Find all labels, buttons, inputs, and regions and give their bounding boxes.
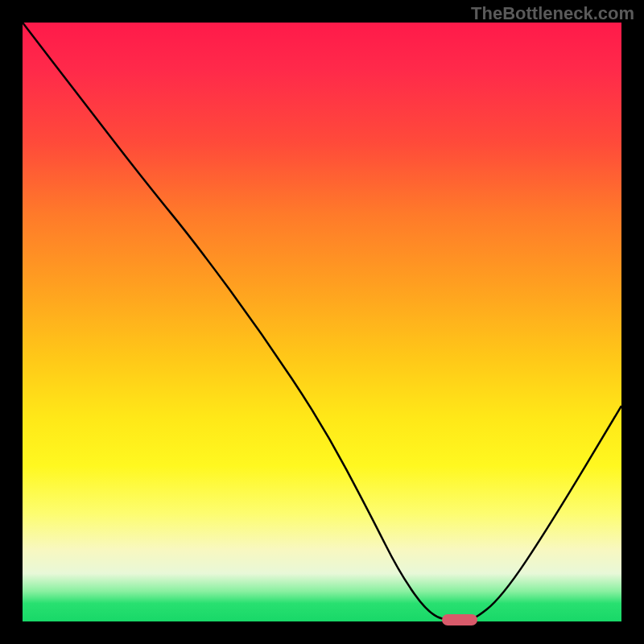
watermark-text: TheBottleneck.com xyxy=(471,3,634,24)
plot-area xyxy=(23,23,621,621)
optimal-marker xyxy=(442,614,478,625)
chart-container: TheBottleneck.com xyxy=(0,0,644,644)
bottleneck-curve xyxy=(23,23,621,621)
